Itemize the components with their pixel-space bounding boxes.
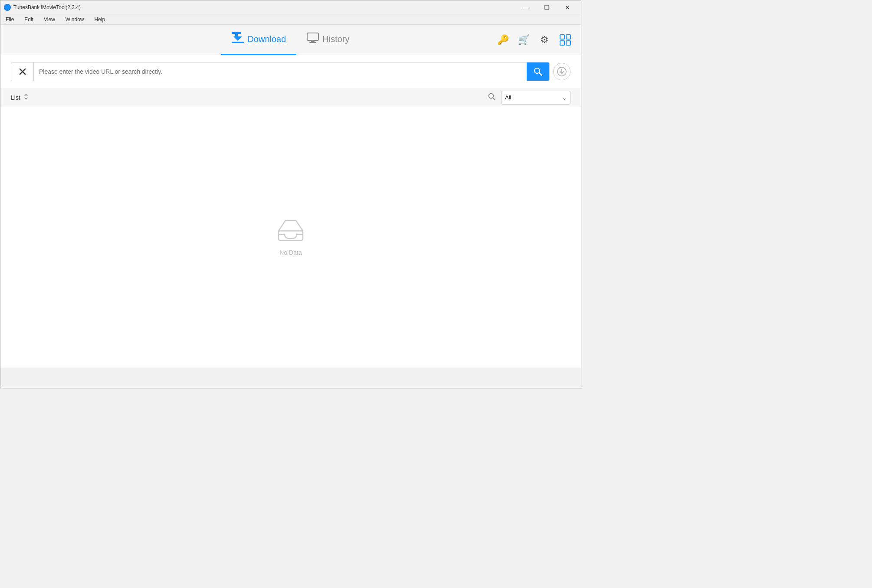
menu-edit[interactable]: Edit: [23, 16, 35, 23]
close-button[interactable]: ✕: [557, 1, 577, 13]
svg-rect-3: [232, 42, 244, 43]
svg-rect-10: [566, 41, 570, 45]
svg-rect-7: [560, 35, 564, 39]
main-content: No Data: [0, 107, 581, 368]
tab-download-label: Download: [247, 34, 286, 44]
maximize-button[interactable]: ☐: [537, 1, 557, 13]
sort-icon[interactable]: [23, 93, 29, 102]
search-button[interactable]: [527, 62, 549, 81]
tab-history[interactable]: History: [296, 25, 360, 55]
svg-marker-2: [233, 36, 242, 41]
empty-state-text: No Data: [279, 249, 302, 256]
list-controls: All Video Audio: [488, 91, 570, 105]
svg-line-18: [493, 98, 495, 100]
download-tab-icon: [232, 32, 244, 46]
filter-select-wrapper: All Video Audio: [501, 91, 570, 105]
toolbar: Download History 🔑 🛒 ⚙: [0, 25, 581, 55]
menu-window[interactable]: Window: [64, 16, 86, 23]
svg-rect-4: [307, 33, 318, 40]
menu-bar: File Edit View Window Help: [0, 14, 581, 25]
menu-view[interactable]: View: [42, 16, 57, 23]
minimize-button[interactable]: —: [516, 1, 536, 13]
svg-rect-5: [311, 41, 315, 42]
history-tab-icon: [307, 33, 319, 46]
app-icon: [4, 4, 11, 11]
cart-button[interactable]: 🛒: [515, 31, 532, 49]
search-area: [0, 55, 581, 88]
list-search-button[interactable]: [488, 93, 496, 102]
settings-button[interactable]: ⚙: [536, 31, 553, 49]
svg-rect-9: [560, 41, 564, 45]
svg-rect-8: [566, 35, 570, 39]
svg-line-14: [539, 73, 542, 76]
menu-file[interactable]: File: [4, 16, 16, 23]
key-button[interactable]: 🔑: [494, 31, 511, 49]
app-title: TunesBank iMovieTool(2.3.4): [13, 4, 81, 10]
download-all-button[interactable]: [553, 63, 570, 80]
filter-select[interactable]: All Video Audio: [501, 91, 570, 105]
grid-button[interactable]: [557, 31, 574, 49]
svg-rect-6: [309, 42, 316, 43]
title-bar-controls: — ☐ ✕: [516, 1, 577, 13]
list-header: List All Video Audio: [0, 88, 581, 107]
list-label-text: List: [11, 94, 20, 101]
search-wrapper: [11, 62, 550, 81]
tab-history-label: History: [322, 34, 349, 44]
empty-state-icon: [277, 219, 305, 244]
search-input[interactable]: [34, 62, 527, 81]
toolbar-right: 🔑 🛒 ⚙: [360, 31, 574, 49]
menu-help[interactable]: Help: [93, 16, 107, 23]
title-bar: TunesBank iMovieTool(2.3.4) — ☐ ✕: [0, 0, 581, 14]
list-label-area: List: [11, 93, 29, 102]
title-bar-left: TunesBank iMovieTool(2.3.4): [4, 4, 81, 11]
tab-download[interactable]: Download: [221, 25, 296, 55]
clear-search-button[interactable]: [11, 62, 34, 81]
toolbar-tabs: Download History: [221, 25, 360, 55]
